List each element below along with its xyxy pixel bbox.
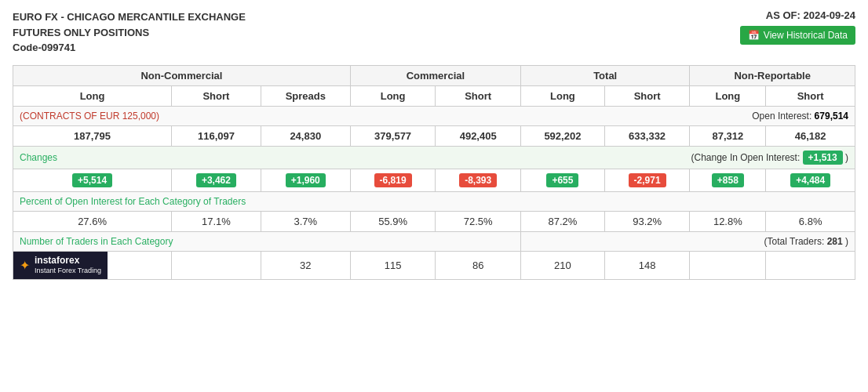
change-oi-label: (Change In Open Interest: <box>691 152 801 163</box>
pct-v7: 93.2% <box>604 211 690 231</box>
badge-cell-9: +4,484 <box>766 169 855 191</box>
change-oi-badge: +1,513 <box>803 151 843 165</box>
traders-logo-cell: ✦ instaforex Instant Forex Trading <box>13 251 172 279</box>
data-row: 187,795 116,097 24,830 379,577 492,405 5… <box>13 125 855 146</box>
change-oi-cell: (Change In Open Interest: +1,513 ) <box>520 146 855 169</box>
badge-2: +3,462 <box>196 173 236 187</box>
data-v4: 379,577 <box>350 125 436 146</box>
col-long2: Long <box>350 85 436 106</box>
data-v5: 492,405 <box>436 125 521 146</box>
main-title: EURO FX - CHICAGO MERCANTILE EXCHANGE <box>13 9 246 25</box>
data-v7: 633,332 <box>604 125 690 146</box>
badge-8: +858 <box>712 173 744 187</box>
change-oi-close: ) <box>845 152 848 163</box>
open-interest-value: 679,514 <box>815 111 848 122</box>
badge-cell-5: -8,393 <box>436 169 521 191</box>
col-long3: Long <box>520 85 604 106</box>
view-historical-button[interactable]: 📅 View Historical Data <box>740 26 855 45</box>
pct-v3: 3.7% <box>261 211 350 231</box>
col-long1: Long <box>13 85 172 106</box>
badge-1: +5,514 <box>72 173 112 187</box>
badge-cell-3: +1,960 <box>261 169 350 191</box>
badge-7: -2,971 <box>629 173 666 187</box>
open-interest-cell: Open Interest: 679,514 <box>520 106 855 125</box>
traders-total-cell: (Total Traders: 281 ) <box>520 231 855 251</box>
badge-4: -6,819 <box>374 173 412 187</box>
col-short2: Short <box>436 85 521 106</box>
col-short4: Short <box>766 85 855 106</box>
main-table: Non-Commercial Commercial Total Non-Repo… <box>13 65 855 280</box>
changes-label: Changes <box>13 146 521 169</box>
badge-3: +1,960 <box>286 173 326 187</box>
traders-v9 <box>766 251 855 279</box>
logo-text: instaforex Instant Forex Trading <box>35 255 101 276</box>
code: Code-099741 <box>13 40 246 56</box>
instaforex-logo: ✦ instaforex Instant Forex Trading <box>13 252 108 279</box>
pct-v5: 72.5% <box>436 211 521 231</box>
as-of-label: AS OF: 2024-09-24 <box>740 9 855 21</box>
badge-cell-6: +655 <box>520 169 604 191</box>
traders-v5: 86 <box>436 251 521 279</box>
data-v8: 87,312 <box>690 125 766 146</box>
col-short3: Short <box>604 85 690 106</box>
badges-row: +5,514 +3,462 +1,960 -6,819 -8,393 +655 … <box>13 169 855 191</box>
open-interest-label: Open Interest: <box>752 111 811 122</box>
traders-v2 <box>172 251 261 279</box>
badge-5: -8,393 <box>459 173 497 187</box>
data-v3: 24,830 <box>261 125 350 146</box>
col-long4: Long <box>690 85 766 106</box>
main-container: EURO FX - CHICAGO MERCANTILE EXCHANGE FU… <box>0 0 868 289</box>
col-short1: Short <box>172 85 261 106</box>
group-header-total: Total <box>520 65 689 85</box>
pct-header-row: Percent of Open Interest for Each Catego… <box>13 191 855 211</box>
data-v2: 116,097 <box>172 125 261 146</box>
group-header-non-commercial: Non-Commercial <box>13 65 351 85</box>
info-row: (CONTRACTS OF EUR 125,000) Open Interest… <box>13 106 855 125</box>
logo-star-icon: ✦ <box>20 258 30 273</box>
contracts-label: (CONTRACTS OF EUR 125,000) <box>13 106 521 125</box>
pct-data-row: 27.6% 17.1% 3.7% 55.9% 72.5% 87.2% 93.2%… <box>13 211 855 231</box>
pct-v9: 6.8% <box>766 211 855 231</box>
traders-header-row: Number of Traders in Each Category (Tota… <box>13 231 855 251</box>
badge-cell-1: +5,514 <box>13 169 172 191</box>
pct-v1: 27.6% <box>13 211 172 231</box>
badge-cell-4: -6,819 <box>350 169 436 191</box>
pct-v4: 55.9% <box>350 211 436 231</box>
group-header-commercial: Commercial <box>350 65 520 85</box>
badge-cell-8: +858 <box>690 169 766 191</box>
title-block: EURO FX - CHICAGO MERCANTILE EXCHANGE FU… <box>13 9 246 56</box>
pct-v8: 12.8% <box>690 211 766 231</box>
data-v6: 592,202 <box>520 125 604 146</box>
traders-v7: 148 <box>604 251 690 279</box>
data-v9: 46,182 <box>766 125 855 146</box>
traders-v4: 115 <box>350 251 436 279</box>
right-header: AS OF: 2024-09-24 📅 View Historical Data <box>740 9 855 45</box>
group-header-non-reportable: Non-Reportable <box>690 65 855 85</box>
badge-6: +655 <box>546 173 578 187</box>
traders-header-label: Number of Traders in Each Category <box>13 231 521 251</box>
badge-cell-2: +3,462 <box>172 169 261 191</box>
traders-v6: 210 <box>520 251 604 279</box>
sub-title: FUTURES ONLY POSITIONS <box>13 25 246 41</box>
badge-9: +4,484 <box>790 173 830 187</box>
pct-header-label: Percent of Open Interest for Each Catego… <box>13 191 855 211</box>
traders-v8 <box>690 251 766 279</box>
calendar-icon: 📅 <box>748 30 760 41</box>
pct-v2: 17.1% <box>172 211 261 231</box>
traders-data-row: ✦ instaforex Instant Forex Trading 32 11… <box>13 251 855 279</box>
view-historical-label: View Historical Data <box>764 30 848 41</box>
col-spreads: Spreads <box>261 85 350 106</box>
changes-row: Changes (Change In Open Interest: +1,513… <box>13 146 855 169</box>
pct-v6: 87.2% <box>520 211 604 231</box>
data-v1: 187,795 <box>13 125 172 146</box>
badge-cell-7: -2,971 <box>604 169 690 191</box>
brand-name: instaforex <box>35 255 101 267</box>
traders-v3: 32 <box>261 251 350 279</box>
header: EURO FX - CHICAGO MERCANTILE EXCHANGE FU… <box>13 9 855 56</box>
tagline: Instant Forex Trading <box>35 267 101 276</box>
